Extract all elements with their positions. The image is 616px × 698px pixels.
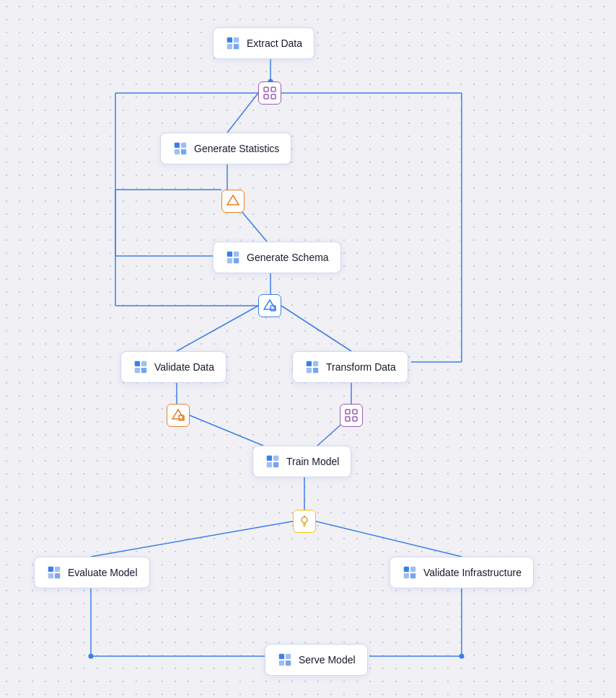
svg-rect-44 <box>181 149 186 154</box>
grid-purple-icon <box>345 409 358 422</box>
svg-line-22 <box>316 521 462 557</box>
connector-c4[interactable] <box>167 404 190 427</box>
svg-rect-53 <box>307 361 312 366</box>
svg-rect-43 <box>175 149 180 154</box>
svg-rect-70 <box>286 654 291 659</box>
svg-line-11 <box>177 306 258 351</box>
shapes-icon <box>226 195 239 208</box>
svg-rect-73 <box>264 87 268 92</box>
svg-line-18 <box>190 415 263 446</box>
validate-infrastructure-node[interactable]: Validate Infrastructure <box>390 557 534 588</box>
shapes-blue-icon <box>263 299 276 312</box>
svg-rect-42 <box>181 143 186 148</box>
extract-data-icon <box>225 35 241 51</box>
svg-rect-86 <box>353 417 357 421</box>
svg-rect-39 <box>227 44 232 49</box>
svg-rect-84 <box>353 410 357 414</box>
connections-svg <box>0 0 616 698</box>
transform-data-icon <box>304 359 320 375</box>
train-model-icon <box>265 454 281 469</box>
svg-rect-54 <box>313 361 318 366</box>
connector-c6[interactable] <box>293 510 316 533</box>
svg-line-1 <box>227 93 258 133</box>
validate-data-icon <box>133 359 149 375</box>
svg-rect-63 <box>48 573 53 578</box>
svg-rect-66 <box>410 567 415 572</box>
svg-rect-85 <box>346 417 350 421</box>
svg-point-87 <box>302 517 307 523</box>
svg-rect-37 <box>227 37 232 43</box>
svg-rect-67 <box>404 573 409 578</box>
svg-rect-62 <box>55 567 60 572</box>
generate-schema-icon <box>225 249 241 265</box>
connector-c1[interactable] <box>258 81 281 105</box>
evaluate-model-label: Evaluate Model <box>68 567 138 578</box>
svg-rect-41 <box>175 143 180 148</box>
svg-rect-64 <box>55 573 60 578</box>
validate-data-label: Validate Data <box>154 361 214 373</box>
validate-data-node[interactable]: Validate Data <box>120 351 226 383</box>
svg-rect-60 <box>273 462 278 467</box>
evaluate-model-node[interactable]: Evaluate Model <box>34 557 150 588</box>
svg-rect-50 <box>141 361 146 366</box>
svg-rect-51 <box>135 368 140 373</box>
svg-rect-47 <box>227 258 232 263</box>
serve-model-icon <box>277 652 293 668</box>
generate-schema-node[interactable]: Generate Schema <box>213 242 341 273</box>
transform-data-label: Transform Data <box>326 361 396 373</box>
generate-statistics-icon <box>172 141 188 156</box>
svg-rect-48 <box>234 258 239 263</box>
svg-rect-40 <box>234 44 239 49</box>
svg-line-12 <box>281 306 351 351</box>
lightbulb-icon <box>298 515 311 528</box>
grid-icon <box>263 87 276 100</box>
shapes-orange-icon <box>172 409 185 422</box>
svg-rect-74 <box>271 87 276 92</box>
train-model-label: Train Model <box>286 456 339 467</box>
svg-marker-81 <box>172 410 184 419</box>
generate-statistics-node[interactable]: Generate Statistics <box>160 133 291 164</box>
svg-rect-75 <box>264 94 268 99</box>
connector-c5[interactable] <box>340 404 363 427</box>
validate-infrastructure-label: Validate Infrastructure <box>423 567 522 578</box>
svg-rect-38 <box>234 37 239 43</box>
serve-model-node[interactable]: Serve Model <box>265 644 368 676</box>
extract-data-label: Extract Data <box>247 37 302 49</box>
svg-rect-59 <box>267 462 272 467</box>
svg-rect-52 <box>141 368 146 373</box>
generate-statistics-label: Generate Statistics <box>194 143 279 154</box>
evaluate-model-icon <box>46 565 62 580</box>
svg-rect-69 <box>279 654 284 659</box>
svg-rect-55 <box>307 368 312 373</box>
svg-rect-58 <box>273 456 278 461</box>
svg-rect-83 <box>346 410 350 414</box>
svg-line-21 <box>91 521 293 557</box>
svg-rect-61 <box>48 567 53 572</box>
flow-canvas: Extract Data Generate Statistics Generat… <box>0 0 616 698</box>
validate-infrastructure-icon <box>402 565 418 580</box>
svg-rect-68 <box>410 573 415 578</box>
svg-rect-57 <box>267 456 272 461</box>
svg-marker-79 <box>264 300 276 309</box>
transform-data-node[interactable]: Transform Data <box>292 351 408 383</box>
svg-rect-65 <box>404 567 409 572</box>
serve-model-label: Serve Model <box>299 654 356 666</box>
extract-data-node[interactable]: Extract Data <box>213 27 314 59</box>
svg-rect-72 <box>286 661 291 666</box>
svg-rect-76 <box>271 94 276 99</box>
connector-c2[interactable] <box>221 190 245 213</box>
svg-rect-56 <box>313 368 318 373</box>
svg-rect-45 <box>227 252 232 257</box>
svg-point-35 <box>89 654 94 659</box>
svg-rect-49 <box>135 361 140 366</box>
connector-c3[interactable] <box>258 294 281 317</box>
train-model-node[interactable]: Train Model <box>252 446 351 477</box>
generate-schema-label: Generate Schema <box>247 252 329 263</box>
svg-rect-71 <box>279 661 284 666</box>
svg-rect-46 <box>234 252 239 257</box>
svg-point-36 <box>459 654 465 659</box>
